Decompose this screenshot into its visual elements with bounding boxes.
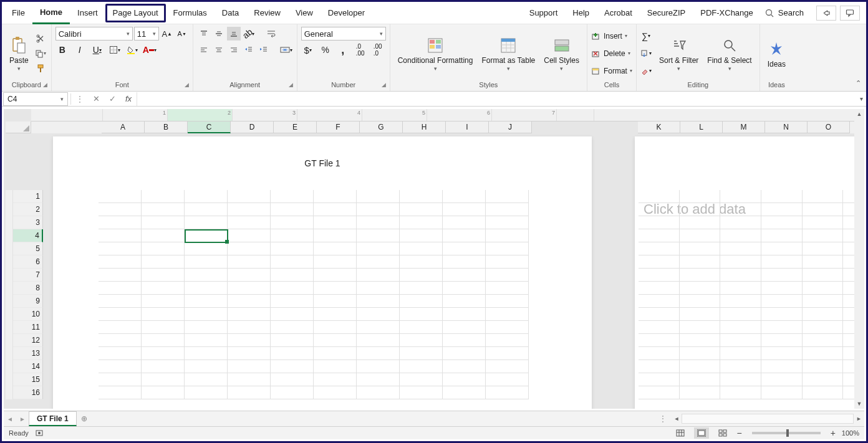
cell[interactable] [271,229,314,242]
cell[interactable] [400,347,443,360]
tab-file[interactable]: File [4,2,32,24]
cell[interactable] [357,216,400,229]
cell[interactable] [228,347,271,360]
cell[interactable] [185,242,228,255]
cell[interactable] [271,360,314,373]
decrease-indent-button[interactable] [242,43,256,57]
cell[interactable] [639,347,680,360]
cell[interactable] [761,269,803,282]
cell[interactable] [99,282,142,295]
tab-acrobat[interactable]: Acrobat [597,2,640,24]
cell[interactable] [486,308,529,321]
tab-data[interactable]: Data [215,2,246,24]
cell[interactable] [271,295,314,308]
accounting-button[interactable]: $▾ [301,43,315,57]
cell[interactable] [185,282,228,295]
cell[interactable] [357,334,400,347]
cell[interactable] [486,282,529,295]
cell[interactable] [314,308,357,321]
cell[interactable] [803,295,844,308]
cell[interactable] [639,321,680,334]
cell[interactable] [803,347,844,360]
page-layout-view-button[interactable] [694,427,709,439]
col-header[interactable]: I [446,121,489,133]
cell[interactable] [185,360,228,373]
cell[interactable] [314,347,357,360]
cell[interactable] [680,386,721,399]
cell[interactable] [185,308,228,321]
cell[interactable] [314,360,357,373]
underline-button[interactable]: U▾ [90,43,104,57]
percent-button[interactable]: % [319,43,332,57]
number-launcher-icon[interactable]: ◢ [382,80,386,90]
cell[interactable] [443,386,486,399]
cell[interactable] [443,295,486,308]
cell[interactable] [314,203,357,216]
delete-cells-button[interactable]: Delete ▾ [591,47,632,60]
sort-filter-button[interactable]: Sort & Filter▾ [655,27,702,80]
cell[interactable] [720,295,761,308]
decrease-font-button[interactable]: A▼ [175,27,189,40]
cell[interactable] [486,255,529,269]
cell[interactable] [720,321,761,334]
cell[interactable] [99,255,142,269]
format-cells-button[interactable]: Format ▾ [591,64,632,78]
cell[interactable] [443,360,486,373]
format-as-table-button[interactable]: Format as Table▾ [478,27,539,80]
cell[interactable] [720,190,761,203]
cell[interactable] [314,295,357,308]
cell[interactable] [185,269,228,282]
cell[interactable] [639,282,680,295]
scroll-left-icon[interactable]: ◄ [673,416,679,422]
decrease-decimal-button[interactable]: .00.0 [371,43,385,57]
fx-icon[interactable]: fx [120,92,137,106]
cell[interactable] [185,216,228,229]
col-header[interactable]: G [360,121,403,133]
cell[interactable] [314,216,357,229]
cell[interactable] [400,308,443,321]
row-header[interactable]: 6 [13,255,43,269]
font-launcher-icon[interactable]: ◢ [185,80,189,90]
clear-button[interactable]: ▾ [640,64,652,78]
cell[interactable] [400,321,443,334]
cell[interactable] [761,242,803,255]
align-right-button[interactable] [227,43,241,57]
cell[interactable] [680,295,721,308]
cell[interactable] [142,295,185,308]
cell[interactable] [803,360,844,373]
cell[interactable] [142,229,185,242]
cell[interactable] [680,360,721,373]
row-header[interactable]: 14 [13,360,43,373]
cell[interactable] [486,190,529,203]
cell[interactable] [142,373,185,386]
cell[interactable] [803,321,844,334]
cell[interactable] [400,216,443,229]
zoom-out-button[interactable]: − [736,428,741,438]
row-header[interactable]: 11 [13,321,43,334]
row-header[interactable]: 12 [13,334,43,347]
cell-styles-button[interactable]: Cell Styles▾ [540,27,583,80]
font-color-button[interactable]: A▾ [143,43,157,57]
cell[interactable] [357,373,400,386]
tab-home[interactable]: Home [32,2,70,24]
cell[interactable] [680,242,721,255]
align-middle-button[interactable] [212,27,226,40]
tab-pdfxchange[interactable]: PDF-XChange [693,2,761,24]
cell[interactable] [99,203,142,216]
cell[interactable] [803,386,844,399]
sheet-split-handle-icon[interactable]: ⋮ [655,414,671,423]
cell[interactable] [486,360,529,373]
cell[interactable] [400,255,443,269]
cell[interactable] [185,373,228,386]
cell[interactable] [443,321,486,334]
cell[interactable] [314,282,357,295]
cell[interactable] [680,321,721,334]
cell[interactable] [486,269,529,282]
cell[interactable] [271,255,314,269]
cell[interactable] [271,203,314,216]
cell[interactable] [185,203,228,216]
cell[interactable] [314,229,357,242]
page-header[interactable]: GT File 1 [53,136,592,190]
sheet-tab[interactable]: GT File 1 [29,411,77,426]
cell[interactable] [639,242,680,255]
